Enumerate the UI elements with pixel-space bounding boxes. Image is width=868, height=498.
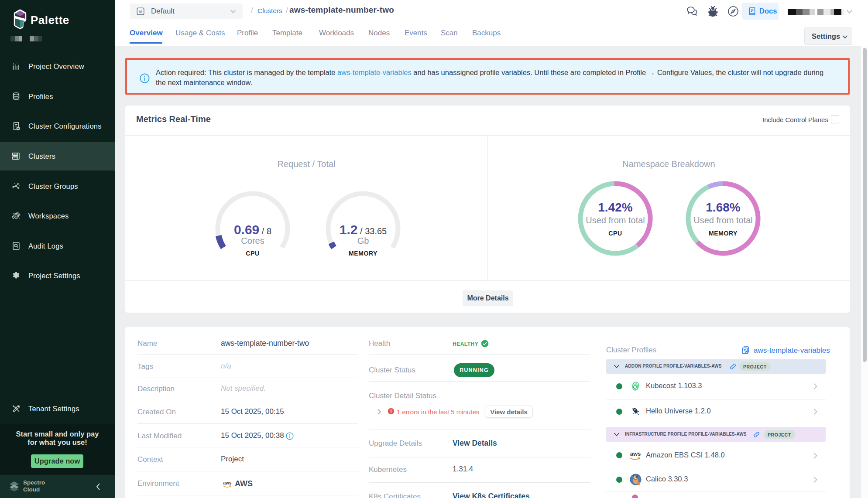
svg-text:aws: aws <box>223 481 231 485</box>
svg-text:aws: aws <box>630 450 641 457</box>
